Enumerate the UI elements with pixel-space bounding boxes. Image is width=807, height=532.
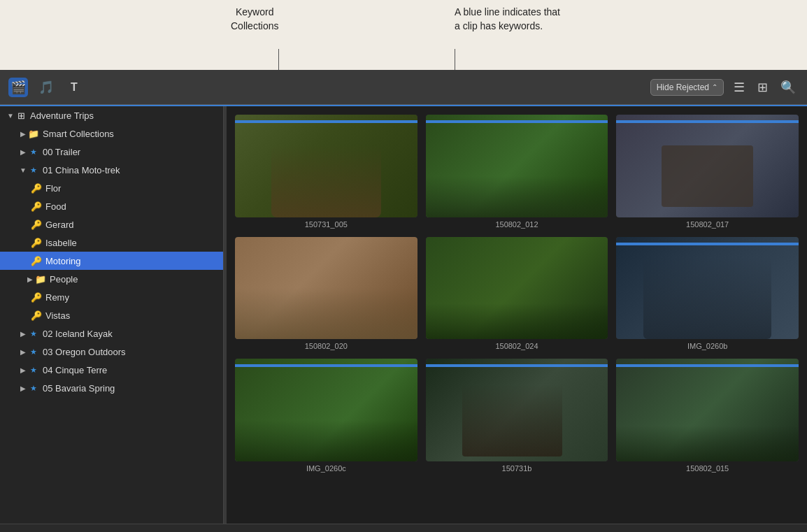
arrow-right-icon-2: ▶	[18, 147, 28, 157]
filmstrip-icon[interactable]: ⊞	[755, 77, 771, 98]
00-trailer-label: 00 Trailer	[43, 147, 80, 157]
arrow-right-icon-oregon: ▶	[18, 347, 28, 357]
callout-area: Keyword Collections A blue line indicate…	[0, 0, 807, 70]
keyword-icon-isabelle: 🔑	[31, 237, 42, 248]
star-icon-china: ★	[28, 164, 39, 175]
search-icon[interactable]: 🔍	[778, 77, 799, 98]
sidebar-item-flor[interactable]: 🔑 Flor	[0, 179, 223, 197]
callout-left-text: Keyword Collections	[231, 6, 278, 31]
keyword-bar-2	[426, 120, 608, 123]
titles-icon[interactable]: T	[64, 78, 84, 97]
04-cinque-label: 04 Cinque Terre	[43, 365, 107, 375]
keyword-icon-flor: 🔑	[31, 182, 42, 194]
keyword-icon-motoring: 🔑	[31, 255, 42, 266]
sidebar-item-remy[interactable]: 🔑 Remy	[0, 288, 223, 306]
clip-label-3: 150802_017	[616, 220, 799, 229]
sidebar-item-01-china[interactable]: ▼ ★ 01 China Moto-trek	[0, 161, 223, 179]
clip-label-4: 150802_020	[235, 342, 417, 350]
05-bavaria-label: 05 Bavaria Spring	[43, 383, 115, 394]
keyword-bar-7	[235, 364, 417, 367]
sidebar-item-motoring[interactable]: 🔑 Motoring	[0, 252, 223, 270]
flor-label: Flor	[45, 183, 61, 194]
star-icon-oregon: ★	[28, 346, 39, 357]
bottom-scrollbar[interactable]	[0, 524, 807, 532]
clip-item-img-0260c[interactable]: IMG_0260c	[235, 359, 417, 473]
music-icon[interactable]: 🎵	[36, 78, 56, 97]
01-china-label: 01 China Moto-trek	[43, 165, 120, 175]
keyword-bar-1	[235, 120, 417, 123]
clip-item-150802-024[interactable]: 150802_024	[426, 237, 608, 351]
people-label: People	[50, 274, 78, 285]
gerard-label: Gerard	[45, 220, 73, 230]
sidebar-item-00-trailer[interactable]: ▶ ★ 00 Trailer	[0, 143, 223, 161]
clip-label-1: 150731_005	[235, 220, 417, 229]
clip-thumbnail-5	[426, 237, 608, 340]
sidebar: ▼ ⊞ Adventure Trips ▶ 📁 Smart Collection…	[0, 106, 224, 524]
main-content: ▼ ⊞ Adventure Trips ▶ 📁 Smart Collection…	[0, 106, 807, 524]
sidebar-item-isabelle[interactable]: 🔑 Isabelle	[0, 233, 223, 252]
sidebar-item-people[interactable]: ▶ 📁 People	[0, 270, 223, 288]
list-view-icon[interactable]: ☰	[731, 77, 748, 98]
clip-item-150802-017[interactable]: 150802_017	[616, 115, 799, 229]
thumb-inner-3	[616, 115, 799, 217]
sidebar-item-03-oregon[interactable]: ▶ ★ 03 Oregon Outdoors	[0, 343, 223, 361]
clip-thumbnail-9	[616, 359, 799, 461]
hide-rejected-button[interactable]: Hide Rejected ⌃	[650, 79, 724, 96]
clip-label-7: IMG_0260c	[235, 464, 417, 473]
keyword-icon-food: 🔑	[31, 201, 42, 212]
keyword-bar-8	[426, 364, 608, 367]
star-icon-cinque: ★	[28, 364, 39, 375]
clip-item-img-0260b[interactable]: IMG_0260b	[616, 237, 799, 351]
clip-label-8: 150731b	[426, 464, 608, 473]
app-container: 🎬 🎵 T Hide Rejected ⌃ ☰ ⊞ 🔍 ▼ ⊞ Ad	[0, 70, 807, 532]
remy-label: Remy	[45, 292, 69, 303]
star-icon-trailer: ★	[28, 146, 39, 157]
libraries-icon[interactable]: 🎬	[8, 78, 28, 97]
clip-item-150802-015[interactable]: 150802_015	[616, 359, 799, 473]
clip-thumbnail-3	[616, 115, 799, 217]
sidebar-item-vistas[interactable]: 🔑 Vistas	[0, 306, 223, 324]
vistas-label: Vistas	[45, 310, 70, 321]
star-icon-bavaria: ★	[28, 382, 39, 394]
callout-right-text: A blue line indicates that a clip has ke…	[455, 6, 560, 31]
clip-thumbnail-2	[426, 115, 608, 217]
arrow-down-icon-china: ▼	[18, 165, 28, 175]
clip-thumbnail-1	[235, 115, 417, 217]
folder-icon-people: 📁	[35, 273, 46, 285]
clip-label-5: 150802_024	[426, 342, 608, 350]
grid-icon: ⊞	[15, 110, 27, 121]
arrow-right-icon-bavaria: ▶	[18, 383, 28, 393]
keyword-icon-gerard: 🔑	[31, 219, 42, 230]
arrow-right-icon-iceland: ▶	[18, 329, 28, 338]
clip-label-9: 150802_015	[616, 464, 799, 473]
chevron-up-icon: ⌃	[712, 83, 717, 91]
clip-item-150731b[interactable]: 150731b	[426, 359, 608, 473]
clip-item-150802-020[interactable]: 150802_020	[235, 237, 417, 351]
thumb-inner-2	[426, 115, 608, 217]
clip-thumbnail-7	[235, 359, 417, 461]
thumb-inner-4	[235, 237, 417, 340]
keyword-icon-remy: 🔑	[31, 292, 42, 303]
sidebar-item-02-iceland[interactable]: ▶ ★ 02 Iceland Kayak	[0, 324, 223, 343]
sidebar-item-food[interactable]: 🔑 Food	[0, 197, 223, 215]
grid-panel: 150731_005 150802_012	[227, 106, 807, 524]
arrow-right-icon-people: ▶	[25, 274, 35, 284]
clip-item-150731-005[interactable]: 150731_005	[235, 115, 417, 229]
callout-keyword-collections: Keyword Collections	[231, 6, 278, 33]
callout-blue-line: A blue line indicates that a clip has ke…	[455, 6, 678, 33]
clip-item-150802-012[interactable]: 150802_012	[426, 115, 608, 229]
clip-thumbnail-6	[616, 237, 799, 340]
toolbar: 🎬 🎵 T Hide Rejected ⌃ ☰ ⊞ 🔍	[0, 70, 807, 105]
clip-label-6: IMG_0260b	[616, 342, 799, 350]
sidebar-root-item[interactable]: ▼ ⊞ Adventure Trips	[0, 106, 223, 124]
sidebar-item-smart-collections[interactable]: ▶ 📁 Smart Collections	[0, 124, 223, 143]
clip-thumbnail-8	[426, 359, 608, 461]
sidebar-item-05-bavaria[interactable]: ▶ ★ 05 Bavaria Spring	[0, 379, 223, 397]
keyword-bar-9	[616, 364, 799, 367]
sidebar-item-gerard[interactable]: 🔑 Gerard	[0, 215, 223, 233]
star-icon-iceland: ★	[28, 328, 39, 339]
02-iceland-label: 02 Iceland Kayak	[43, 329, 113, 339]
toolbar-left: 🎬 🎵 T	[8, 78, 84, 97]
sidebar-item-04-cinque[interactable]: ▶ ★ 04 Cinque Terre	[0, 361, 223, 379]
thumb-inner-7	[235, 359, 417, 461]
